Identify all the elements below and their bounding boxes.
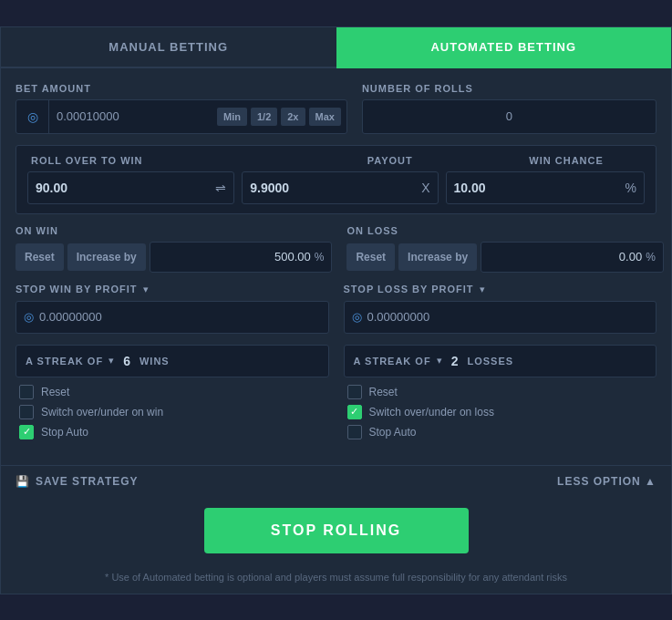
stop-rolling-button[interactable]: STOP ROLLING bbox=[204, 508, 469, 553]
stop-win-input-group: ◎ bbox=[16, 301, 329, 334]
payout-header: PAYOUT bbox=[292, 155, 488, 166]
main-content: BET AMOUNT ◎ Min 1/2 2x Max NUMBER OF RO… bbox=[1, 68, 671, 465]
on-loss-section: ON LOSS Reset Increase by % bbox=[346, 225, 663, 273]
on-win-increase-button[interactable]: Increase by bbox=[67, 243, 146, 271]
stop-loss-label-row: STOP LOSS BY PROFIT ▾ bbox=[344, 284, 657, 295]
footer-note: * Use of Automated betting is optional a… bbox=[1, 564, 671, 594]
bet-amount-label: BET AMOUNT bbox=[16, 83, 347, 94]
on-win-controls: Reset Increase by % bbox=[16, 242, 332, 273]
on-loss-unit: % bbox=[646, 251, 656, 264]
streak-losses-option-2: Stop Auto bbox=[347, 425, 654, 439]
on-win-section: ON WIN Reset Increase by % bbox=[16, 225, 332, 273]
on-loss-input-group: % bbox=[481, 242, 664, 273]
rollover-input-group: ⇌ bbox=[27, 171, 234, 204]
streak-wins-option-label-1: Switch over/under on win bbox=[41, 406, 163, 418]
stop-loss-chevron-icon[interactable]: ▾ bbox=[480, 284, 485, 295]
streak-losses-checkbox-2[interactable] bbox=[347, 425, 362, 439]
streak-wins-section: A STREAK OF ▾ 6 WINS Reset Switch over/u… bbox=[16, 345, 329, 439]
streak-wins-type: WINS bbox=[140, 356, 170, 367]
streak-losses-option-1: Switch over/under on loss bbox=[347, 405, 654, 419]
rollover-input[interactable] bbox=[36, 181, 215, 195]
tab-auto[interactable]: AUTOMATED BETTING bbox=[336, 27, 672, 68]
on-win-value-input[interactable] bbox=[158, 250, 311, 264]
on-win-unit: % bbox=[315, 251, 325, 264]
streak-wins-checkbox-0[interactable] bbox=[19, 385, 34, 399]
streak-wins-a-streak-label: A STREAK OF bbox=[26, 356, 103, 367]
streak-wins-header: A STREAK OF ▾ 6 WINS bbox=[16, 345, 329, 377]
on-win-loss-row: ON WIN Reset Increase by % ON LOSS Reset… bbox=[16, 225, 656, 273]
bet-min-button[interactable]: Min bbox=[217, 108, 247, 126]
save-strategy-button[interactable]: 💾 SAVE STRATEGY bbox=[16, 475, 139, 488]
stop-loss-input-group: ◎ bbox=[344, 301, 657, 334]
bet-amount-input-group: ◎ Min 1/2 2x Max bbox=[16, 99, 347, 134]
streak-losses-option-label-2: Stop Auto bbox=[369, 426, 417, 439]
stop-loss-label: STOP LOSS BY PROFIT bbox=[344, 284, 474, 294]
streak-wins-option-2: Stop Auto bbox=[19, 425, 326, 439]
streak-losses-option-0: Reset bbox=[347, 385, 654, 399]
bet-amount-input[interactable] bbox=[49, 109, 217, 123]
tabs-container: MANUAL BETTING AUTOMATED BETTING bbox=[1, 27, 671, 68]
save-icon: 💾 bbox=[16, 475, 30, 488]
on-win-label: ON WIN bbox=[16, 225, 332, 236]
tab-manual[interactable]: MANUAL BETTING bbox=[1, 27, 336, 68]
streak-losses-type: LOSSES bbox=[467, 356, 513, 367]
bet-coin-icon: ◎ bbox=[16, 100, 49, 133]
on-loss-label: ON LOSS bbox=[346, 225, 663, 236]
streak-losses-checkbox-1[interactable] bbox=[347, 405, 362, 419]
rollover-header: ROLL OVER TO WIN bbox=[27, 155, 292, 166]
on-loss-value-input[interactable] bbox=[489, 250, 642, 264]
streak-losses-option-label-0: Reset bbox=[369, 386, 398, 398]
on-loss-controls: Reset Increase by % bbox=[346, 242, 663, 273]
roll-payout-inputs: ⇌ X % bbox=[27, 171, 645, 204]
on-loss-increase-button[interactable]: Increase by bbox=[398, 243, 477, 271]
num-rolls-input[interactable] bbox=[363, 109, 656, 123]
bet-half-button[interactable]: 1/2 bbox=[251, 108, 277, 126]
streak-wins-number: 6 bbox=[123, 354, 130, 368]
stop-loss-coin-icon: ◎ bbox=[352, 310, 362, 324]
stop-win-section: STOP WIN BY PROFIT ▾ ◎ bbox=[16, 284, 329, 334]
streak-losses-options: Reset Switch over/under on loss Stop Aut… bbox=[344, 385, 657, 439]
streak-wins-option-label-2: Stop Auto bbox=[41, 426, 88, 439]
on-win-reset-button[interactable]: Reset bbox=[16, 243, 64, 271]
bet-amount-buttons: Min 1/2 2x Max bbox=[217, 108, 346, 126]
on-loss-reset-button[interactable]: Reset bbox=[346, 243, 395, 271]
num-rolls-section: NUMBER OF ROLLS bbox=[362, 83, 656, 134]
stop-win-chevron-icon[interactable]: ▾ bbox=[143, 284, 149, 295]
stop-win-input[interactable] bbox=[39, 310, 321, 324]
stop-loss-section: STOP LOSS BY PROFIT ▾ ◎ bbox=[344, 284, 657, 334]
close-icon: X bbox=[421, 181, 429, 195]
win-chance-input-group: % bbox=[446, 171, 645, 204]
percent-icon: % bbox=[625, 181, 636, 195]
swap-icon[interactable]: ⇌ bbox=[215, 181, 226, 195]
streak-wins-checkbox-2[interactable] bbox=[19, 425, 34, 439]
streak-wins-option-0: Reset bbox=[19, 385, 326, 399]
streak-losses-header: A STREAK OF ▾ 2 LOSSES bbox=[344, 345, 657, 377]
stop-row: STOP WIN BY PROFIT ▾ ◎ STOP LOSS BY PROF… bbox=[16, 284, 656, 334]
streak-wins-chevron-icon[interactable]: ▾ bbox=[109, 355, 114, 367]
payout-input-group: X bbox=[242, 171, 438, 204]
payout-input[interactable] bbox=[250, 181, 421, 195]
bet-2x-button[interactable]: 2x bbox=[281, 108, 305, 126]
num-rolls-label: NUMBER OF ROLLS bbox=[362, 83, 656, 94]
stop-win-label-row: STOP WIN BY PROFIT ▾ bbox=[16, 284, 329, 295]
win-chance-header: WIN CHANCE bbox=[488, 155, 645, 166]
streak-losses-option-label-1: Switch over/under on loss bbox=[369, 406, 494, 418]
stop-win-label: STOP WIN BY PROFIT bbox=[16, 284, 138, 294]
streak-wins-options: Reset Switch over/under on win Stop Auto bbox=[16, 385, 329, 439]
win-chance-input[interactable] bbox=[454, 181, 625, 195]
streak-row: A STREAK OF ▾ 6 WINS Reset Switch over/u… bbox=[16, 345, 656, 439]
streak-wins-option-label-0: Reset bbox=[41, 386, 69, 398]
less-option-button[interactable]: LESS OPTION ▲ bbox=[557, 475, 656, 488]
on-win-input-group: % bbox=[150, 242, 333, 273]
stop-loss-input[interactable] bbox=[367, 310, 649, 324]
main-container: MANUAL BETTING AUTOMATED BETTING BET AMO… bbox=[0, 26, 672, 594]
bet-amount-section: BET AMOUNT ◎ Min 1/2 2x Max bbox=[16, 83, 347, 134]
num-rolls-input-group bbox=[362, 99, 656, 134]
streak-losses-chevron-icon[interactable]: ▾ bbox=[437, 355, 442, 367]
stop-win-coin-icon: ◎ bbox=[24, 310, 34, 324]
streak-wins-checkbox-1[interactable] bbox=[19, 405, 34, 419]
streak-losses-checkbox-0[interactable] bbox=[347, 385, 362, 399]
top-row: BET AMOUNT ◎ Min 1/2 2x Max NUMBER OF RO… bbox=[16, 83, 656, 134]
roll-payout-row: ROLL OVER TO WIN PAYOUT WIN CHANCE ⇌ X % bbox=[16, 145, 656, 214]
bet-max-button[interactable]: Max bbox=[309, 108, 341, 126]
